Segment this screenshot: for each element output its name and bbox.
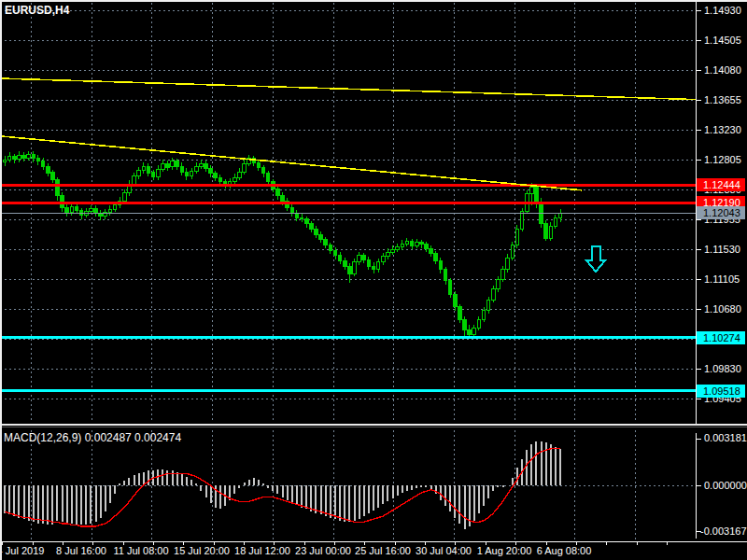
price-tick-label: 1.10680 [704, 303, 741, 315]
time-tick-label: 15 Jul 20:00 [174, 545, 230, 557]
price-tick-label: 1.11530 [704, 244, 740, 256]
price-tick-label: 1.11105 [704, 273, 740, 286]
down-arrow-icon[interactable] [586, 246, 605, 272]
time-tick-label: 11 Jul 08:00 [113, 545, 168, 557]
time-tick-label: 1 Aug 20:00 [477, 545, 532, 557]
price-tick-label: 1.14930 [704, 5, 741, 17]
chart-symbol-title: EURUSD,H4 [5, 4, 69, 17]
window-border-top [0, 0, 747, 2]
support-line-1-badge: 1.10274 [697, 331, 745, 344]
price-tick-label: 1.09830 [704, 363, 741, 375]
price-tick-label: 1.12805 [704, 154, 741, 166]
time-tick-label: 25 Jul 16:00 [355, 545, 411, 557]
chart-plot-area[interactable] [0, 0, 747, 560]
price-tick-label: 1.14080 [704, 64, 741, 77]
macd-tick-label: 0.003181 [704, 432, 747, 444]
macd-tick-label: 0.000000 [704, 480, 747, 492]
time-tick-label: 23 Jul 00:00 [295, 545, 351, 557]
bid-price-line-badge: 1.12043 [697, 206, 745, 219]
time-tick-label: 8 Jul 16:00 [56, 545, 106, 557]
macd-indicator-label: MACD(12,26,9) 0.002487 0.002474 [4, 431, 181, 444]
price-tick-label: 1.14505 [704, 35, 741, 47]
window-border-left [0, 0, 2, 560]
time-tick-label: 30 Jul 04:00 [416, 545, 472, 557]
resistance-line-1-badge: 1.12444 [697, 178, 745, 191]
price-tick-label: 1.13655 [704, 94, 741, 106]
time-tick-label: 18 Jul 12:00 [234, 545, 290, 557]
descending-trendline-upper[interactable] [0, 78, 696, 100]
macd-tick-label: -0.003167 [700, 525, 747, 538]
price-tick-label: 1.13230 [704, 124, 741, 136]
descending-trendline-lower[interactable] [0, 136, 582, 190]
time-tick-label: 6 Aug 08:00 [537, 545, 592, 557]
trading-chart-window: EURUSD,H4 MACD(12,26,9) 0.002487 0.00247… [0, 0, 747, 560]
support-line-2-badge: 1.09518 [697, 385, 745, 398]
time-tick-label: 4 Jul 2019 [0, 545, 44, 557]
candlestick-series [3, 151, 562, 338]
